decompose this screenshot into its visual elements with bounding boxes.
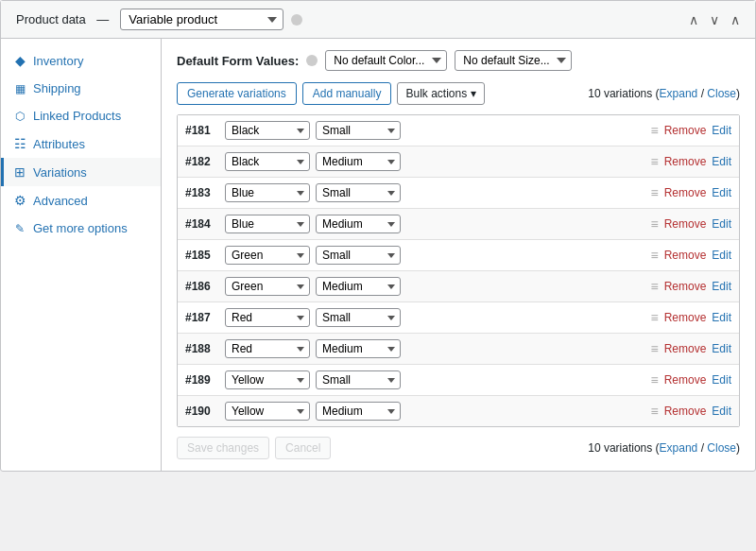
variation-color-select[interactable]: BlackBlueGreenRedYellow bbox=[225, 246, 310, 265]
sidebar-item-advanced[interactable]: ⚙ Advanced bbox=[1, 186, 161, 215]
edit-button[interactable]: Edit bbox=[712, 342, 731, 355]
drag-handle-icon[interactable]: ≡ bbox=[650, 372, 658, 387]
edit-button[interactable]: Edit bbox=[712, 280, 731, 293]
sidebar-item-get-more-options[interactable]: ✎ Get more options bbox=[1, 215, 161, 242]
variation-color-select[interactable]: BlackBlueGreenRedYellow bbox=[225, 402, 310, 421]
drag-handle-icon[interactable]: ≡ bbox=[650, 216, 658, 232]
variation-color-select[interactable]: BlackBlueGreenRedYellow bbox=[225, 215, 310, 233]
variation-color-select[interactable]: BlackBlueGreenRedYellow bbox=[225, 308, 310, 327]
panel-down-arrow[interactable]: ∨ bbox=[706, 10, 723, 29]
variation-id: #185 bbox=[185, 249, 219, 262]
footer-close-link[interactable]: Close bbox=[707, 441, 736, 455]
variation-size-select[interactable]: SmallMediumLarge bbox=[316, 183, 401, 202]
variation-color-select[interactable]: BlackBlueGreenRedYellow bbox=[225, 121, 310, 140]
inventory-icon: ◆ bbox=[12, 53, 27, 68]
variation-actions: ≡ Remove Edit bbox=[650, 404, 731, 419]
table-row: #187 BlackBlueGreenRedYellow SmallMedium… bbox=[178, 302, 739, 334]
edit-button[interactable]: Edit bbox=[712, 155, 731, 168]
variation-size-select[interactable]: SmallMediumLarge bbox=[316, 370, 401, 389]
footer-expand-link[interactable]: Expand bbox=[660, 441, 698, 455]
drag-handle-icon[interactable]: ≡ bbox=[650, 341, 658, 356]
remove-button[interactable]: Remove bbox=[664, 373, 707, 387]
variations-count: 10 variations (Expand / Close) bbox=[588, 87, 740, 100]
default-color-select[interactable]: No default Color... Black Blue Green Red… bbox=[325, 50, 447, 71]
variation-size-select[interactable]: SmallMediumLarge bbox=[316, 339, 401, 358]
edit-button[interactable]: Edit bbox=[712, 405, 731, 418]
panel-arrows: ∧ ∨ ∧ bbox=[685, 10, 744, 29]
remove-button[interactable]: Remove bbox=[664, 249, 707, 262]
edit-button[interactable]: Edit bbox=[712, 124, 731, 137]
sidebar-item-linked-products[interactable]: ⬡ Linked Products bbox=[1, 102, 161, 129]
generate-variations-button[interactable]: Generate variations bbox=[177, 82, 297, 105]
sidebar-item-shipping[interactable]: ▦ Shipping bbox=[1, 75, 161, 102]
remove-button[interactable]: Remove bbox=[664, 311, 707, 324]
table-row: #184 BlackBlueGreenRedYellow SmallMedium… bbox=[178, 209, 739, 240]
variation-id: #186 bbox=[185, 280, 219, 293]
table-row: #182 BlackBlueGreenRedYellow SmallMedium… bbox=[178, 146, 739, 178]
sidebar-item-variations[interactable]: ⊞ Variations bbox=[1, 158, 161, 186]
product-type-select[interactable]: Variable product Simple product Grouped … bbox=[120, 9, 284, 30]
drag-handle-icon[interactable]: ≡ bbox=[650, 185, 658, 200]
table-row: #185 BlackBlueGreenRedYellow SmallMedium… bbox=[178, 240, 739, 271]
remove-button[interactable]: Remove bbox=[664, 280, 707, 293]
variation-actions: ≡ Remove Edit bbox=[650, 248, 731, 263]
edit-button[interactable]: Edit bbox=[712, 249, 731, 262]
actions-row: Generate variations Add manually Bulk ac… bbox=[177, 82, 740, 105]
product-type-dot bbox=[291, 14, 302, 26]
panel-expand-arrow[interactable]: ∧ bbox=[727, 10, 744, 29]
variation-color-select[interactable]: BlackBlueGreenRedYellow bbox=[225, 152, 310, 171]
remove-button[interactable]: Remove bbox=[664, 342, 707, 355]
get-more-options-icon: ✎ bbox=[12, 222, 27, 235]
drag-handle-icon[interactable]: ≡ bbox=[650, 123, 658, 138]
drag-handle-icon[interactable]: ≡ bbox=[650, 248, 658, 263]
variation-size-select[interactable]: SmallMediumLarge bbox=[316, 277, 401, 296]
variation-size-select[interactable]: SmallMediumLarge bbox=[316, 402, 401, 421]
variation-size-select[interactable]: SmallMediumLarge bbox=[316, 121, 401, 140]
remove-button[interactable]: Remove bbox=[664, 186, 707, 199]
sidebar-item-label: Advanced bbox=[33, 194, 88, 208]
variation-color-select[interactable]: BlackBlueGreenRedYellow bbox=[225, 277, 310, 296]
drag-handle-icon[interactable]: ≡ bbox=[650, 404, 658, 419]
edit-button[interactable]: Edit bbox=[712, 186, 731, 199]
main-content: Default Form Values: No default Color...… bbox=[162, 39, 755, 471]
variation-id: #184 bbox=[185, 217, 219, 231]
remove-button[interactable]: Remove bbox=[664, 124, 707, 137]
variation-size-select[interactable]: SmallMediumLarge bbox=[316, 215, 401, 233]
variation-color-select[interactable]: BlackBlueGreenRedYellow bbox=[225, 339, 310, 358]
cancel-button[interactable]: Cancel bbox=[275, 437, 331, 459]
edit-button[interactable]: Edit bbox=[712, 373, 731, 387]
drag-handle-icon[interactable]: ≡ bbox=[650, 279, 658, 294]
table-row: #188 BlackBlueGreenRedYellow SmallMedium… bbox=[178, 334, 739, 365]
save-changes-button[interactable]: Save changes bbox=[177, 437, 269, 459]
footer-row: Save changes Cancel 10 variations (Expan… bbox=[177, 437, 740, 459]
variation-color-select[interactable]: BlackBlueGreenRedYellow bbox=[225, 183, 310, 202]
attributes-icon: ☷ bbox=[12, 136, 27, 151]
remove-button[interactable]: Remove bbox=[664, 155, 707, 168]
remove-button[interactable]: Remove bbox=[664, 405, 707, 418]
variation-color-select[interactable]: BlackBlueGreenRedYellow bbox=[225, 370, 310, 389]
sidebar-item-label: Attributes bbox=[33, 137, 85, 151]
sidebar-item-attributes[interactable]: ☷ Attributes bbox=[1, 129, 161, 158]
close-link[interactable]: Close bbox=[707, 87, 736, 100]
remove-button[interactable]: Remove bbox=[664, 217, 707, 231]
panel-up-arrow[interactable]: ∧ bbox=[685, 10, 702, 29]
variation-size-select[interactable]: SmallMediumLarge bbox=[316, 246, 401, 265]
edit-button[interactable]: Edit bbox=[712, 217, 731, 231]
bulk-actions-button[interactable]: Bulk actions ▾ bbox=[397, 82, 485, 105]
variation-size-select[interactable]: SmallMediumLarge bbox=[316, 308, 401, 327]
default-form-row: Default Form Values: No default Color...… bbox=[177, 50, 740, 71]
variation-id: #182 bbox=[185, 155, 219, 168]
drag-handle-icon[interactable]: ≡ bbox=[650, 154, 658, 169]
variation-id: #188 bbox=[185, 342, 219, 355]
add-manually-button[interactable]: Add manually bbox=[302, 82, 392, 105]
drag-handle-icon[interactable]: ≡ bbox=[650, 310, 658, 325]
sidebar: ◆ Inventory ▦ Shipping ⬡ Linked Products… bbox=[1, 39, 162, 471]
default-form-dot bbox=[306, 55, 318, 66]
variation-size-select[interactable]: SmallMediumLarge bbox=[316, 152, 401, 171]
edit-button[interactable]: Edit bbox=[712, 311, 731, 324]
sidebar-item-inventory[interactable]: ◆ Inventory bbox=[1, 46, 161, 75]
expand-link[interactable]: Expand bbox=[660, 87, 698, 100]
default-size-select[interactable]: No default Size... Small Medium Large bbox=[455, 50, 572, 71]
variation-id: #187 bbox=[185, 311, 219, 324]
variation-id: #181 bbox=[185, 124, 219, 137]
